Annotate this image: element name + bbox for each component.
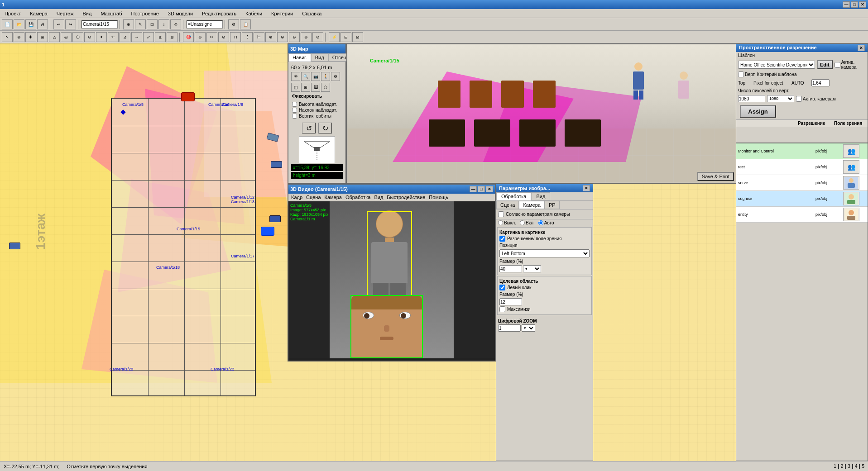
- tb2-btn-23[interactable]: ⊕: [265, 32, 276, 42]
- check-orbit[interactable]: [292, 114, 297, 119]
- tb2-btn-5[interactable]: △: [49, 32, 60, 42]
- menu-edit[interactable]: Редактировать: [199, 11, 239, 16]
- video-menu-frame[interactable]: Кадр: [291, 195, 302, 200]
- tb2-btn-15[interactable]: ⊴: [167, 32, 177, 42]
- tb2-btn-17[interactable]: ⊛: [195, 32, 206, 42]
- tb2-btn-21[interactable]: ⋮: [242, 32, 253, 42]
- camera-input[interactable]: [82, 20, 118, 29]
- save-btn[interactable]: 💾: [25, 19, 36, 29]
- nav-back-btn[interactable]: ↺: [302, 123, 316, 133]
- menu-construct[interactable]: Построение: [129, 11, 162, 16]
- pos-select[interactable]: Left-Bottom Right-Bottom Left-Top Right-…: [499, 249, 590, 257]
- check-height[interactable]: [292, 102, 297, 107]
- tb2-btn-16[interactable]: 🎯: [183, 32, 194, 42]
- video-menu-camera[interactable]: Камера: [325, 195, 342, 200]
- video-menu-process[interactable]: Обработка: [345, 195, 370, 200]
- ico-grid[interactable]: ⊞: [301, 83, 310, 92]
- assign-button[interactable]: Assign: [740, 105, 776, 118]
- redo-btn[interactable]: ↪: [65, 19, 76, 29]
- pixels-input[interactable]: [738, 95, 765, 102]
- max-check[interactable]: [499, 306, 505, 312]
- video-max-btn[interactable]: □: [478, 186, 485, 192]
- zoom-input[interactable]: [498, 324, 521, 332]
- tb2-btn-20[interactable]: ⊓: [230, 32, 241, 42]
- size-input[interactable]: [499, 265, 522, 272]
- tb2-btn-6[interactable]: ◎: [61, 32, 72, 42]
- ico-photo[interactable]: 🖼: [311, 83, 320, 92]
- edit-btn[interactable]: Edit: [817, 60, 833, 69]
- subtab-camera[interactable]: Камера: [519, 201, 544, 209]
- active-cam-check[interactable]: [834, 62, 840, 68]
- tab-view[interactable]: Вид: [311, 53, 328, 62]
- ico-camera2[interactable]: 📷: [311, 72, 320, 81]
- agree-check[interactable]: [498, 211, 504, 217]
- tb2-btn-8[interactable]: ⊙: [84, 32, 95, 42]
- tb-btn-4[interactable]: ✎: [135, 19, 146, 29]
- subtab-pp[interactable]: РР: [545, 201, 560, 209]
- minimize-btn[interactable]: —: [843, 1, 850, 8]
- tb2-btn-25[interactable]: ⊖: [289, 32, 300, 42]
- tb2-btn-13[interactable]: ⤢: [143, 32, 154, 42]
- menu-view[interactable]: Вид: [80, 11, 95, 16]
- left-click-check[interactable]: [499, 285, 505, 290]
- pixels-select[interactable]: 10807201080: [767, 95, 794, 102]
- active-cam2-check[interactable]: [796, 96, 802, 102]
- menu-project[interactable]: Проект: [2, 11, 24, 16]
- tb2-btn-3[interactable]: ✚: [25, 32, 36, 42]
- tb2-btn-22[interactable]: ⊢: [254, 32, 264, 42]
- tb2-btn-18[interactable]: ✂: [206, 32, 217, 42]
- tb2-btn-11[interactable]: ⊿: [120, 32, 130, 42]
- menu-help[interactable]: Справка: [299, 11, 324, 16]
- tab-process[interactable]: Обработка: [496, 192, 531, 200]
- undo-btn[interactable]: ↩: [53, 19, 64, 29]
- tb2-btn-12[interactable]: ↔: [131, 32, 142, 42]
- tb2-btn-19[interactable]: ⊘: [218, 32, 229, 42]
- zoom-select[interactable]: ▾: [522, 324, 535, 332]
- tb-btn-3[interactable]: ⊕: [123, 19, 134, 29]
- maximize-btn[interactable]: □: [851, 1, 858, 8]
- nav-forward-btn[interactable]: ↻: [318, 123, 332, 133]
- new-btn[interactable]: 📄: [2, 19, 13, 29]
- close-btn[interactable]: ✕: [859, 1, 866, 8]
- save-print-btn[interactable]: Save & Print: [697, 172, 734, 181]
- tb2-btn-9[interactable]: ✦: [96, 32, 107, 42]
- video-menu-scene[interactable]: Сцена: [306, 195, 321, 200]
- radio-auto[interactable]: [538, 220, 543, 225]
- tb-btn-5[interactable]: ⊡: [147, 19, 158, 29]
- tb2-btn-28[interactable]: ⚡: [329, 32, 340, 42]
- tb2-btn-26[interactable]: ⊚: [301, 32, 312, 42]
- subtab-scene[interactable]: Сцена: [496, 201, 519, 209]
- menu-drawing[interactable]: Чертёж: [54, 11, 77, 16]
- open-btn[interactable]: 📂: [14, 19, 24, 29]
- tab-navig[interactable]: Навиг.: [288, 53, 311, 62]
- tb-btn-6[interactable]: ↕: [158, 19, 169, 29]
- video-menu-view[interactable]: Вид: [374, 195, 383, 200]
- tb2-btn-14[interactable]: ⊵: [155, 32, 166, 42]
- menu-cables[interactable]: Кабели: [243, 11, 265, 16]
- img-close-btn[interactable]: ✕: [583, 185, 590, 191]
- video-close-btn[interactable]: ✕: [486, 186, 493, 192]
- tab-view[interactable]: Вид: [531, 192, 550, 200]
- print-btn[interactable]: 🖨: [37, 19, 48, 29]
- ico-layers[interactable]: ◫: [291, 83, 300, 92]
- spatial-val[interactable]: [811, 79, 830, 86]
- pip-res-check[interactable]: [499, 236, 505, 242]
- tb2-btn-29[interactable]: ⊟: [340, 32, 351, 42]
- tb2-btn-24[interactable]: ⊗: [277, 32, 288, 42]
- video-menu-help[interactable]: Помощь: [429, 195, 448, 200]
- ico-eye[interactable]: 👁: [291, 72, 300, 81]
- tb2-btn-4[interactable]: ⊞: [37, 32, 48, 42]
- size-select[interactable]: ▾: [523, 265, 541, 272]
- tb2-btn-1[interactable]: ↖: [2, 32, 13, 42]
- video-min-btn[interactable]: —: [470, 186, 477, 192]
- spatial-close-btn[interactable]: ✕: [858, 45, 865, 51]
- tb2-btn-30[interactable]: ⊠: [352, 32, 363, 42]
- menu-scale[interactable]: Масштаб: [98, 11, 125, 16]
- radio-on[interactable]: [520, 220, 525, 225]
- menu-camera[interactable]: Камера: [27, 11, 50, 16]
- tb-btn-7[interactable]: ⟲: [170, 19, 181, 29]
- tb2-btn-10[interactable]: ⟜: [108, 32, 119, 42]
- tb2-btn-7[interactable]: ⬡: [72, 32, 83, 42]
- template-select[interactable]: Home Office Scientific Development: [738, 61, 815, 69]
- size2-input[interactable]: [499, 298, 522, 305]
